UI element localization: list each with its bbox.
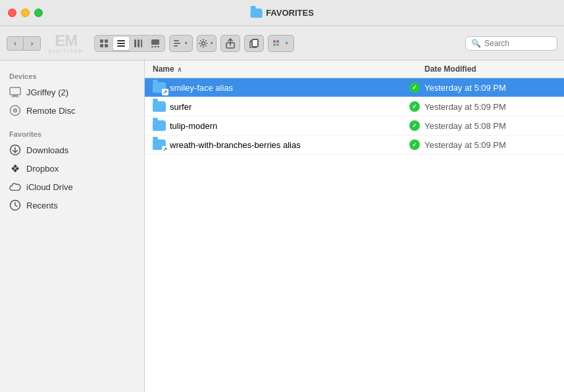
svg-rect-1	[105, 39, 108, 43]
share-icon	[226, 38, 235, 49]
list-view-icon	[116, 39, 126, 48]
date-column-header[interactable]: Date Modified	[424, 64, 556, 74]
sidebar-item-icloud[interactable]: iCloud Drive	[0, 178, 144, 196]
svg-point-17	[202, 41, 205, 45]
arrange-icon	[173, 39, 182, 48]
icon-view-icon	[99, 39, 109, 48]
maximize-button[interactable]	[34, 9, 43, 17]
list-view-button[interactable]	[113, 37, 129, 50]
watermark: EM DIGITIZER	[49, 33, 84, 53]
file-name-cell: wreath-with-branches-berries alias	[153, 139, 405, 150]
title-folder-icon	[250, 9, 262, 18]
computer-icon	[9, 86, 21, 98]
svg-rect-9	[141, 39, 142, 47]
main-content: Devices JGriffey (2) Remote Disc	[0, 61, 564, 392]
svg-rect-28	[252, 39, 258, 47]
svg-rect-8	[138, 39, 140, 47]
file-date-cell: Yesterday at 5:09 PM	[424, 140, 556, 150]
name-column-header[interactable]: Name ∧	[153, 64, 424, 74]
sidebar-section-favorites: Favorites	[0, 125, 144, 141]
copy-icon	[249, 39, 259, 48]
share-button[interactable]	[220, 35, 240, 52]
file-name-text: surfer	[170, 102, 192, 112]
svg-point-31	[273, 43, 276, 46]
copy-button[interactable]	[244, 35, 264, 52]
nav-buttons: ‹ ›	[7, 36, 41, 51]
svg-point-30	[273, 40, 276, 43]
svg-point-20	[199, 43, 201, 44]
column-headers: Name ∧ Date Modified	[145, 61, 564, 78]
file-name-text: tulip-modern	[170, 121, 217, 131]
gallery-view-button[interactable]	[147, 37, 163, 50]
forward-button[interactable]: ›	[24, 36, 41, 51]
sidebar-item-recents[interactable]: Recents	[0, 196, 144, 214]
icon-view-button[interactable]	[96, 37, 112, 50]
view-buttons-group	[94, 35, 165, 52]
svg-rect-0	[100, 39, 103, 43]
sidebar-item-jgriffey[interactable]: JGriffey (2)	[0, 83, 144, 101]
column-view-button[interactable]	[130, 37, 146, 50]
file-status-cell: ✓	[405, 82, 424, 93]
svg-rect-6	[117, 45, 125, 47]
folder-icon	[153, 101, 166, 112]
status-ok-icon: ✓	[409, 101, 420, 112]
svg-point-25	[200, 45, 201, 47]
svg-point-23	[205, 45, 207, 47]
svg-point-18	[203, 39, 204, 40]
table-row[interactable]: tulip-modern ✓ Yesterday at 5:08 PM	[145, 116, 564, 135]
status-ok-icon: ✓	[409, 120, 420, 131]
svg-rect-34	[10, 87, 20, 95]
sidebar-item-dropbox[interactable]: ❖ Dropbox	[0, 159, 144, 178]
sort-arrow: ∧	[177, 66, 182, 73]
sidebar-item-recents-label: Recents	[26, 201, 58, 210]
file-name-text: smiley-face alias	[170, 83, 233, 93]
folder-alias-icon	[153, 139, 166, 150]
svg-rect-13	[157, 46, 159, 47]
downloads-icon	[9, 144, 21, 156]
minimize-button[interactable]	[21, 9, 30, 17]
back-button[interactable]: ‹	[7, 36, 24, 51]
search-box[interactable]: 🔍	[465, 36, 557, 51]
svg-point-32	[276, 40, 279, 43]
file-date-cell: Yesterday at 5:08 PM	[424, 121, 556, 131]
close-button[interactable]	[8, 9, 16, 17]
sidebar-item-jgriffey-label: JGriffey (2)	[26, 87, 68, 97]
status-ok-icon: ✓	[409, 139, 420, 150]
svg-point-24	[205, 40, 207, 41]
window-title-area: FAVORITES	[250, 8, 314, 18]
sidebar-item-remote-disc[interactable]: Remote Disc	[0, 101, 144, 120]
sidebar-gap	[0, 120, 144, 125]
file-name-cell: smiley-face alias	[153, 82, 405, 93]
recents-icon	[9, 199, 21, 211]
watermark-em: EM	[55, 33, 77, 49]
file-name-cell: tulip-modern	[153, 120, 405, 131]
svg-point-19	[203, 46, 204, 47]
table-row[interactable]: surfer ✓ Yesterday at 5:09 PM	[145, 97, 564, 116]
gallery-view-icon	[151, 39, 160, 48]
search-input[interactable]	[484, 39, 551, 48]
svg-rect-36	[11, 97, 19, 97]
table-row[interactable]: smiley-face alias ✓ Yesterday at 5:09 PM	[145, 78, 564, 97]
date-column-label: Date Modified	[424, 64, 476, 74]
svg-point-21	[207, 43, 208, 44]
svg-point-33	[276, 43, 279, 46]
folder-icon	[153, 120, 166, 131]
svg-rect-35	[13, 95, 18, 97]
table-row[interactable]: wreath-with-branches-berries alias ✓ Yes…	[145, 135, 564, 155]
file-status-cell: ✓	[405, 120, 424, 131]
icloud-icon	[9, 181, 21, 193]
sidebar-item-dropbox-label: Dropbox	[26, 164, 59, 174]
title-bar: FAVORITES	[0, 0, 564, 26]
name-column-label: Name	[153, 64, 174, 74]
action-button[interactable]	[197, 35, 217, 52]
disc-icon	[9, 105, 21, 116]
file-status-cell: ✓	[405, 139, 424, 150]
tags-button[interactable]	[268, 35, 294, 52]
sidebar-item-downloads[interactable]: Downloads	[0, 141, 144, 159]
svg-rect-16	[174, 45, 178, 47]
dropbox-icon: ❖	[9, 162, 21, 174]
arrange-button[interactable]	[169, 35, 193, 52]
sidebar-section-devices: Devices	[0, 67, 144, 83]
sidebar-item-icloud-label: iCloud Drive	[26, 182, 73, 192]
traffic-lights	[8, 9, 43, 17]
